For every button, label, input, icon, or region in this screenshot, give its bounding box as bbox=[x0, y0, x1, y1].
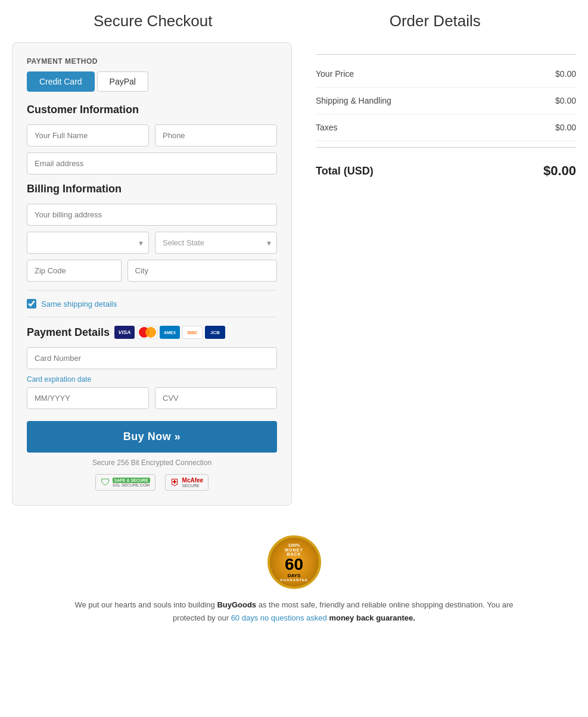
same-shipping-label[interactable]: Same shipping details bbox=[41, 300, 117, 308]
card-number-row bbox=[27, 347, 277, 369]
total-label: Total (USD) bbox=[316, 165, 374, 177]
zip-city-row bbox=[27, 260, 277, 282]
country-state-row: Select State bbox=[27, 232, 277, 254]
expiry-input[interactable] bbox=[27, 387, 149, 409]
badge-guarantee-text: GUARANTEE bbox=[280, 578, 308, 582]
your-price-value: $0.00 bbox=[555, 69, 576, 79]
phone-input[interactable] bbox=[155, 124, 277, 146]
same-shipping-checkbox[interactable] bbox=[27, 299, 36, 308]
shipping-value: $0.00 bbox=[555, 96, 576, 105]
mcafee-text: McAfee SECURE bbox=[182, 477, 204, 488]
checkout-form-panel: PAYMENT METHOD Credit Card PayPal Custom… bbox=[12, 42, 292, 506]
footer-text-1: We put our hearts and souls into buildin… bbox=[74, 600, 217, 609]
taxes-row: Taxes $0.00 bbox=[316, 114, 576, 141]
footer-text-3: money back guarantee. bbox=[329, 613, 415, 622]
footer-highlight[interactable]: 60 days no questions asked bbox=[231, 613, 329, 622]
footer-brand: BuyGoods bbox=[217, 600, 256, 609]
mcafee-icon: ⛨ bbox=[170, 477, 180, 488]
paypal-tab[interactable]: PayPal bbox=[97, 71, 148, 92]
city-input[interactable] bbox=[127, 260, 277, 282]
visa-icon: VISA bbox=[114, 326, 135, 339]
payment-details-title: Payment Details bbox=[27, 326, 110, 339]
badge-money-text: MONEY bbox=[285, 548, 303, 552]
country-select[interactable] bbox=[27, 232, 149, 254]
billing-info-title: Billing Information bbox=[27, 183, 277, 195]
payment-details-header: Payment Details VISA AMEX DISC JCB bbox=[27, 326, 277, 339]
shield-icon: 🛡 bbox=[101, 477, 110, 488]
ssl-secured-badge: 🛡 SAFE & SECURE SSL SECURE.COM bbox=[95, 474, 155, 491]
left-page-title: Secure Checkout bbox=[12, 12, 294, 30]
billing-address-input[interactable] bbox=[27, 204, 277, 226]
your-price-label: Your Price bbox=[316, 69, 354, 79]
shipping-row: Shipping & Handling $0.00 bbox=[316, 88, 576, 114]
cvv-input[interactable] bbox=[155, 387, 277, 409]
badge-days-label: DAYS bbox=[288, 573, 301, 578]
zip-input[interactable] bbox=[27, 260, 122, 282]
expiry-cvv-row bbox=[27, 387, 277, 409]
card-icons: VISA AMEX DISC JCB bbox=[114, 326, 225, 339]
total-value: $0.00 bbox=[543, 163, 576, 179]
amex-icon: AMEX bbox=[160, 326, 180, 339]
buy-now-button[interactable]: Buy Now » bbox=[27, 421, 277, 453]
total-row: Total (USD) $0.00 bbox=[316, 154, 576, 188]
country-select-wrapper bbox=[27, 232, 149, 254]
shipping-label: Shipping & Handling bbox=[316, 96, 391, 105]
state-select-wrapper: Select State bbox=[155, 232, 277, 254]
security-badges: 🛡 SAFE & SECURE SSL SECURE.COM ⛨ McAfee … bbox=[27, 474, 277, 491]
name-phone-row bbox=[27, 124, 277, 146]
billing-address-row bbox=[27, 204, 277, 226]
badge-days-number: 60 bbox=[285, 556, 303, 573]
taxes-label: Taxes bbox=[316, 123, 338, 132]
discover-icon: DISC bbox=[182, 326, 203, 339]
full-name-input[interactable] bbox=[27, 124, 149, 146]
mcafee-badge: ⛨ McAfee SECURE bbox=[165, 474, 209, 491]
order-total-divider bbox=[316, 147, 576, 148]
order-details-panel: Your Price $0.00 Shipping & Handling $0.… bbox=[316, 42, 576, 506]
order-top-divider bbox=[316, 54, 576, 55]
credit-card-tab[interactable]: Credit Card bbox=[27, 71, 95, 92]
mastercard-icon bbox=[137, 326, 157, 339]
payment-tabs: Credit Card PayPal bbox=[27, 71, 277, 92]
taxes-value: $0.00 bbox=[555, 123, 576, 132]
secure-text: Secure 256 Bit Encrypted Connection bbox=[27, 459, 277, 467]
footer-text: We put our hearts and souls into buildin… bbox=[71, 598, 517, 625]
mc-yellow-circle bbox=[145, 327, 156, 338]
payment-method-label: PAYMENT METHOD bbox=[27, 57, 277, 66]
your-price-row: Your Price $0.00 bbox=[316, 61, 576, 88]
email-row bbox=[27, 152, 277, 174]
badge-100-text: 100% bbox=[288, 543, 300, 548]
shipping-divider bbox=[27, 317, 277, 317]
same-shipping-row: Same shipping details bbox=[27, 299, 277, 308]
jcb-icon: JCB bbox=[205, 326, 225, 339]
card-number-input[interactable] bbox=[27, 347, 277, 369]
ssl-text: SAFE & SECURE SSL SECURE.COM bbox=[113, 478, 150, 487]
footer: 100% MONEY BACK 60 DAYS GUARANTEE We put… bbox=[12, 535, 576, 625]
billing-divider bbox=[27, 290, 277, 291]
money-back-badge: 100% MONEY BACK 60 DAYS GUARANTEE bbox=[267, 535, 321, 589]
expiry-label: Card expiration date bbox=[27, 375, 277, 384]
state-select[interactable]: Select State bbox=[155, 232, 277, 254]
email-input[interactable] bbox=[27, 152, 277, 174]
customer-info-title: Customer Information bbox=[27, 104, 277, 116]
right-page-title: Order Details bbox=[294, 12, 577, 30]
